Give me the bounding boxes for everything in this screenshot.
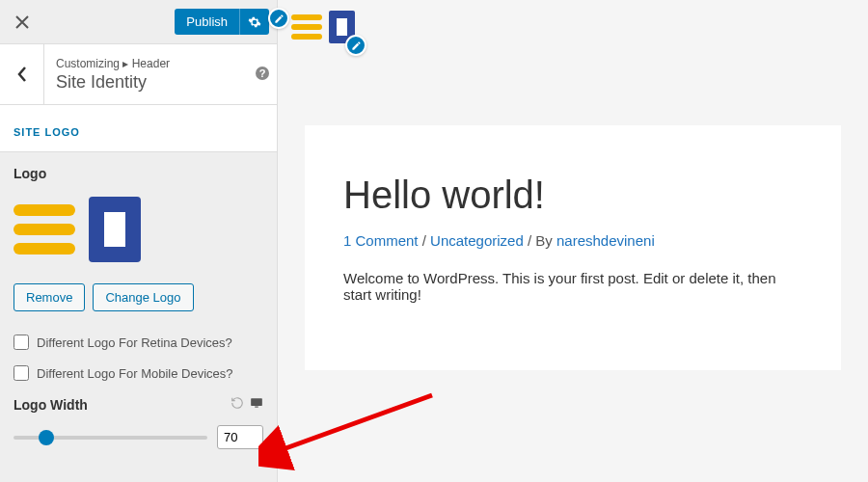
breadcrumb-row: Customizing ▸ Header Site Identity ? <box>0 44 277 105</box>
reset-button[interactable] <box>231 396 244 414</box>
post-card: Hello world! 1 Comment / Uncategorized /… <box>305 125 841 370</box>
retina-logo-row[interactable]: Different Logo For Retina Devices? <box>14 327 263 358</box>
svg-rect-8 <box>255 407 258 408</box>
preview-header <box>278 0 868 58</box>
svg-rect-3 <box>14 224 75 235</box>
help-button[interactable]: ? <box>248 66 277 84</box>
svg-rect-7 <box>251 398 262 406</box>
back-button[interactable] <box>0 44 44 104</box>
svg-rect-10 <box>291 24 322 30</box>
edit-shortcut-header[interactable] <box>268 8 289 29</box>
customizer-topbar: Publish <box>0 0 277 44</box>
responsive-button[interactable] <box>250 396 263 414</box>
svg-rect-6 <box>104 212 125 247</box>
retina-logo-checkbox[interactable] <box>14 335 29 350</box>
customizer-sidebar: Publish Customizing ▸ Header Site Identi… <box>0 0 278 482</box>
breadcrumb-title: Site Identity <box>56 72 236 93</box>
pencil-icon <box>274 13 285 24</box>
site-logo[interactable] <box>291 8 359 50</box>
svg-rect-11 <box>291 34 322 40</box>
mobile-logo-checkbox[interactable] <box>14 365 29 381</box>
publish-settings-button[interactable] <box>239 9 269 35</box>
svg-rect-13 <box>337 18 347 36</box>
logo-width-label: Logo Width <box>14 397 88 413</box>
annotation-arrow <box>258 376 451 472</box>
post-meta: 1 Comment / Uncategorized / By nareshdev… <box>343 232 802 249</box>
logo-width-slider[interactable] <box>14 436 207 440</box>
logo-label: Logo <box>14 166 263 181</box>
svg-rect-2 <box>14 204 75 216</box>
svg-text:?: ? <box>259 67 266 79</box>
help-icon: ? <box>255 66 270 81</box>
logo-preview <box>14 191 263 272</box>
remove-logo-button[interactable]: Remove <box>14 283 85 311</box>
comments-link[interactable]: 1 Comment <box>343 232 419 249</box>
section-title: SITE LOGO <box>0 105 277 152</box>
close-button[interactable] <box>0 0 44 44</box>
svg-rect-4 <box>14 243 75 254</box>
logo-width-input[interactable] <box>217 425 263 449</box>
category-link[interactable]: Uncategorized <box>430 232 524 249</box>
mobile-logo-row[interactable]: Different Logo For Mobile Devices? <box>14 358 263 388</box>
desktop-icon <box>250 396 263 410</box>
svg-line-14 <box>278 395 432 451</box>
post-title[interactable]: Hello world! <box>343 174 802 217</box>
reset-icon <box>231 396 244 410</box>
pencil-icon <box>351 40 362 51</box>
change-logo-button[interactable]: Change Logo <box>93 283 193 311</box>
retina-logo-label: Different Logo For Retina Devices? <box>37 335 232 350</box>
breadcrumb-path: Customizing ▸ Header <box>56 57 236 70</box>
post-body: Welcome to WordPress. This is your first… <box>343 270 802 303</box>
mobile-logo-label: Different Logo For Mobile Devices? <box>37 366 233 381</box>
publish-button[interactable]: Publish <box>175 9 239 35</box>
close-icon <box>15 15 29 29</box>
site-preview: Hello world! 1 Comment / Uncategorized /… <box>278 0 868 482</box>
gear-icon <box>248 15 261 29</box>
author-link[interactable]: nareshdevineni <box>556 232 655 249</box>
logo-image <box>14 191 149 268</box>
edit-shortcut-logo[interactable] <box>345 35 366 56</box>
chevron-left-icon <box>17 67 27 82</box>
svg-rect-9 <box>291 14 322 20</box>
